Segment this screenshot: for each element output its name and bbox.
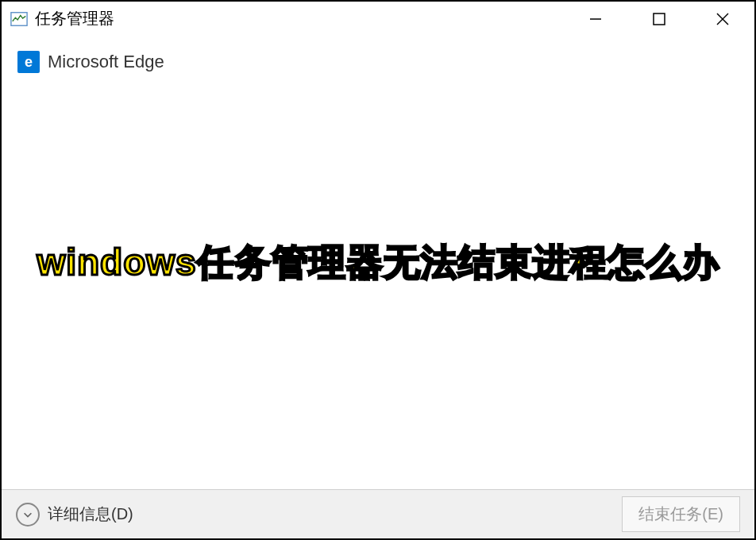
process-row[interactable]: e Microsoft Edge <box>17 48 739 76</box>
chevron-down-icon <box>16 503 40 526</box>
details-label: 详细信息(D) <box>48 503 133 525</box>
titlebar: 任务管理器 <box>2 2 754 37</box>
process-name: Microsoft Edge <box>48 52 164 72</box>
footer-bar: 详细信息(D) 结束任务(E) <box>2 489 754 538</box>
details-toggle[interactable]: 详细信息(D) <box>16 503 133 526</box>
task-manager-window: 任务管理器 e Microsoft Edge <box>0 0 756 540</box>
window-controls <box>564 2 754 36</box>
close-button[interactable] <box>691 2 754 36</box>
svg-rect-2 <box>654 14 665 25</box>
end-task-button[interactable]: 结束任务(E) <box>622 496 740 532</box>
window-title: 任务管理器 <box>35 8 564 29</box>
maximize-button[interactable] <box>627 2 691 36</box>
process-list-area: e Microsoft Edge <box>2 37 754 489</box>
task-manager-icon <box>10 10 29 29</box>
svg-rect-0 <box>11 12 27 25</box>
edge-icon: e <box>17 51 40 73</box>
minimize-button[interactable] <box>564 2 627 36</box>
